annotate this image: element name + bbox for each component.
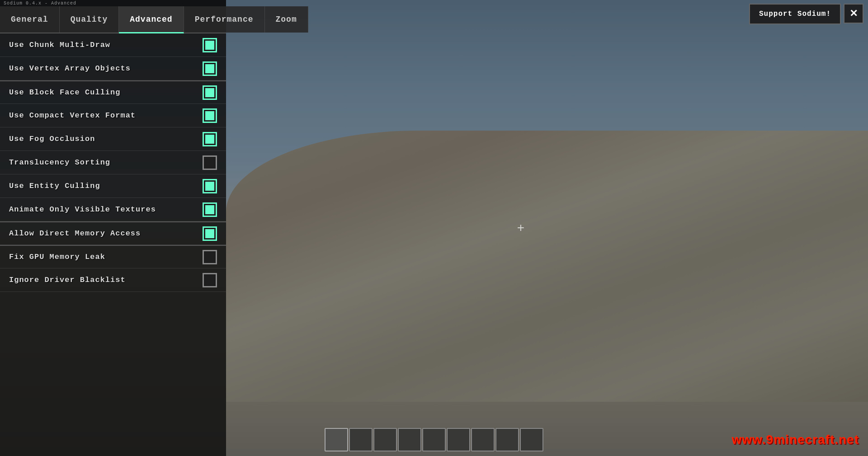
checkbox-fix-gpu-memory-leak[interactable] [203, 250, 217, 264]
settings-list: Use Chunk Multi-DrawUse Vertex Array Obj… [0, 33, 226, 456]
title-bar-text: Sodium 0.4.x - Advanced [4, 1, 76, 6]
setting-label-chunk-multi-draw: Use Chunk Multi-Draw [9, 41, 110, 49]
tab-quality[interactable]: Quality [60, 6, 119, 33]
checkbox-chunk-multi-draw[interactable] [203, 38, 217, 52]
hotbar-slot-5 [422, 428, 446, 451]
setting-row-compact-vertex-format[interactable]: Use Compact Vertex Format [0, 104, 226, 127]
settings-panel: Sodium 0.4.x - Advanced GeneralQualityAd… [0, 0, 226, 456]
crosshair: + [517, 221, 525, 235]
hotbar-slot-9 [520, 428, 543, 451]
setting-row-fog-occlusion[interactable]: Use Fog Occlusion [0, 127, 226, 151]
setting-row-ignore-driver-blacklist[interactable]: Ignore Driver Blacklist [0, 268, 226, 292]
setting-label-fix-gpu-memory-leak: Fix GPU Memory Leak [9, 253, 105, 261]
title-bar: Sodium 0.4.x - Advanced [0, 0, 226, 6]
setting-label-animate-visible-textures: Animate Only Visible Textures [9, 205, 156, 214]
setting-row-entity-culling[interactable]: Use Entity Culling [0, 174, 226, 198]
setting-row-fix-gpu-memory-leak[interactable]: Fix GPU Memory Leak [0, 245, 226, 268]
setting-label-translucency-sorting: Translucency Sorting [9, 158, 110, 167]
setting-label-direct-memory-access: Allow Direct Memory Access [9, 229, 141, 238]
tab-performance[interactable]: Performance [184, 6, 265, 33]
hotbar [325, 428, 543, 451]
close-button[interactable]: ✕ [844, 4, 863, 24]
setting-label-compact-vertex-format: Use Compact Vertex Format [9, 111, 136, 120]
setting-row-translucency-sorting[interactable]: Translucency Sorting [0, 151, 226, 174]
hotbar-slot-6 [447, 428, 470, 451]
setting-label-vertex-array-objects: Use Vertex Array Objects [9, 64, 131, 73]
support-sodium-button[interactable]: Support Sodium! [749, 4, 841, 24]
setting-row-direct-memory-access[interactable]: Allow Direct Memory Access [0, 221, 226, 245]
setting-label-entity-culling: Use Entity Culling [9, 182, 100, 190]
checkbox-animate-visible-textures[interactable] [203, 202, 217, 217]
tab-advanced[interactable]: Advanced [119, 6, 184, 33]
setting-row-block-face-culling[interactable]: Use Block Face Culling [0, 80, 226, 104]
hotbar-slot-2 [349, 428, 373, 451]
checkbox-ignore-driver-blacklist[interactable] [203, 273, 217, 287]
checkbox-fog-occlusion[interactable] [203, 132, 217, 146]
setting-label-block-face-culling: Use Block Face Culling [9, 88, 120, 97]
checkbox-direct-memory-access[interactable] [203, 226, 217, 241]
tab-bar: GeneralQualityAdvancedPerformanceZoom [0, 6, 226, 33]
setting-row-chunk-multi-draw[interactable]: Use Chunk Multi-Draw [0, 33, 226, 57]
checkbox-block-face-culling[interactable] [203, 85, 217, 100]
hotbar-slot-1 [325, 428, 348, 451]
checkbox-compact-vertex-format[interactable] [203, 108, 217, 123]
hotbar-slot-8 [495, 428, 519, 451]
checkbox-entity-culling[interactable] [203, 179, 217, 193]
hotbar-slot-7 [471, 428, 495, 451]
tab-general[interactable]: General [0, 6, 60, 33]
hotbar-slot-4 [398, 428, 421, 451]
setting-label-fog-occlusion: Use Fog Occlusion [9, 135, 95, 143]
checkbox-vertex-array-objects[interactable] [203, 61, 217, 76]
watermark: www.9minecraft.net [732, 432, 859, 447]
setting-row-animate-visible-textures[interactable]: Animate Only Visible Textures [0, 198, 226, 221]
setting-row-vertex-array-objects[interactable]: Use Vertex Array Objects [0, 57, 226, 80]
tab-zoom[interactable]: Zoom [265, 6, 308, 33]
hotbar-slot-3 [373, 428, 397, 451]
checkbox-translucency-sorting[interactable] [203, 155, 217, 170]
setting-label-ignore-driver-blacklist: Ignore Driver Blacklist [9, 276, 126, 284]
